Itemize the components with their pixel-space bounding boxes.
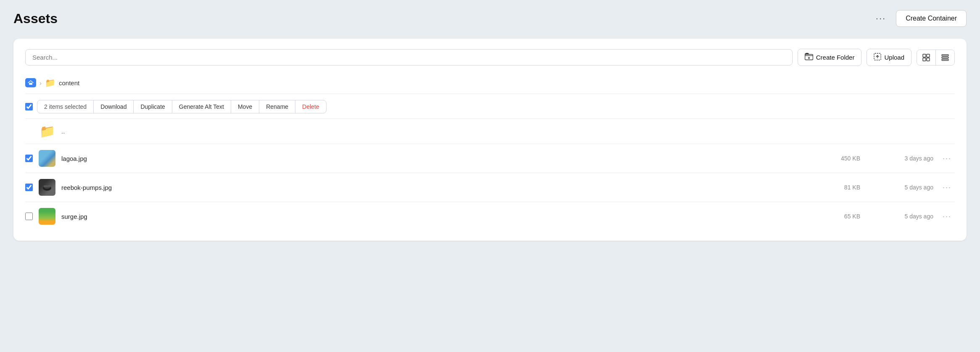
file-more-button-lagoa[interactable]: ··· <box>939 152 955 165</box>
parent-folder-label: .. <box>61 128 65 135</box>
home-breadcrumb-icon[interactable] <box>25 78 36 87</box>
svg-rect-7 <box>942 57 948 58</box>
file-date-surge: 5 days ago <box>866 213 933 220</box>
svg-rect-4 <box>923 58 926 61</box>
file-thumbnail-lagoa <box>39 150 55 167</box>
file-row: reebok-pumps.jpg 81 KB 5 days ago ··· <box>25 173 955 202</box>
file-thumbnail-surge <box>39 208 55 225</box>
file-name-reebok: reebok-pumps.jpg <box>61 184 804 191</box>
grid-view-button[interactable] <box>917 50 936 65</box>
file-size-reebok: 81 KB <box>810 184 860 191</box>
file-checkbox-surge[interactable] <box>25 213 33 220</box>
toolbar: Create Folder Upload <box>25 49 955 66</box>
file-thumbnail-reebok <box>39 179 55 196</box>
create-folder-button[interactable]: Create Folder <box>798 49 862 66</box>
move-action-button[interactable]: Move <box>231 100 259 113</box>
view-toggle <box>917 50 955 66</box>
file-name-lagoa: lagoa.jpg <box>61 155 804 162</box>
create-folder-label: Create Folder <box>816 54 855 61</box>
svg-rect-9 <box>29 83 32 85</box>
file-date-reebok: 5 days ago <box>866 184 933 191</box>
duplicate-action-button[interactable]: Duplicate <box>134 100 172 113</box>
create-folder-icon <box>805 53 813 62</box>
create-container-button[interactable]: Create Container <box>896 10 967 27</box>
page-header: Assets ··· Create Container <box>13 10 967 27</box>
upload-label: Upload <box>884 54 904 61</box>
parent-folder-icon: 📁 <box>39 124 55 139</box>
search-input[interactable] <box>25 49 793 66</box>
svg-rect-2 <box>923 54 926 57</box>
page-title: Assets <box>13 11 58 26</box>
file-name-surge: surge.jpg <box>61 213 804 220</box>
breadcrumb-folder-name: content <box>59 79 79 87</box>
download-action-button[interactable]: Download <box>94 100 134 113</box>
select-all-checkbox[interactable] <box>25 103 33 110</box>
svg-rect-8 <box>942 59 948 60</box>
svg-rect-6 <box>942 55 948 56</box>
breadcrumb-folder-icon: 📁 <box>45 78 55 88</box>
generate-alt-text-action-button[interactable]: Generate Alt Text <box>172 100 231 113</box>
file-checkbox-reebok[interactable] <box>25 184 33 191</box>
upload-icon <box>874 53 881 62</box>
parent-folder-row[interactable]: 📁 .. <box>25 119 955 144</box>
file-date-lagoa: 3 days ago <box>866 155 933 162</box>
upload-button[interactable]: Upload <box>867 49 912 66</box>
file-size-surge: 65 KB <box>810 213 860 220</box>
main-card: Create Folder Upload <box>13 39 967 241</box>
file-more-button-surge[interactable]: ··· <box>939 210 955 223</box>
delete-action-button[interactable]: Delete <box>295 100 326 113</box>
file-row: lagoa.jpg 450 KB 3 days ago ··· <box>25 144 955 173</box>
selected-count-label: 2 items selected <box>37 100 94 113</box>
header-actions: ··· Create Container <box>872 10 967 27</box>
file-more-button-reebok[interactable]: ··· <box>939 181 955 194</box>
file-checkbox-lagoa[interactable] <box>25 155 33 162</box>
parent-folder-checkbox-placeholder <box>25 128 33 135</box>
file-size-lagoa: 450 KB <box>810 155 860 162</box>
selection-bar: 2 items selected Download Duplicate Gene… <box>25 94 955 119</box>
breadcrumb: › 📁 content <box>25 74 955 94</box>
more-options-button[interactable]: ··· <box>872 11 889 26</box>
selection-actions-bar: 2 items selected Download Duplicate Gene… <box>37 100 327 113</box>
svg-rect-3 <box>927 54 930 57</box>
svg-rect-12 <box>44 186 50 187</box>
file-row: surge.jpg 65 KB 5 days ago ··· <box>25 202 955 231</box>
svg-rect-5 <box>927 58 930 61</box>
rename-action-button[interactable]: Rename <box>259 100 295 113</box>
list-view-button[interactable] <box>936 50 954 65</box>
breadcrumb-separator: › <box>40 79 42 87</box>
